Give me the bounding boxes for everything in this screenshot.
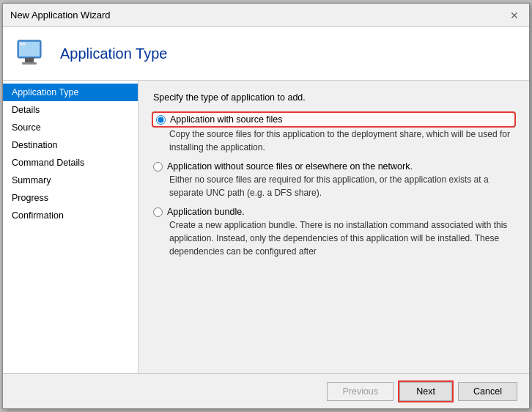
wizard-icon [15,36,50,71]
sidebar-item-command-details[interactable]: Command Details [3,154,138,172]
option-item-no-source: Application without source files or else… [153,161,514,199]
main-content: Specify the type of application to add. … [138,81,529,373]
wizard-header: Application Type [3,27,529,81]
title-bar: New Application Wizard ✕ [3,4,529,27]
sidebar-item-details[interactable]: Details [3,101,138,119]
sidebar: Application TypeDetailsSourceDestination… [3,81,138,373]
sidebar-item-summary[interactable]: Summary [3,172,138,189]
svg-rect-4 [20,43,26,45]
radio-no-source[interactable] [153,162,163,172]
title-bar-left: New Application Wizard [10,10,111,21]
option-desc-no-source: Either no source files are required for … [169,173,514,199]
option-label-text-no-source: Application without source files or else… [167,161,413,172]
options-group: Application with source filesCopy the so… [153,113,514,258]
close-button[interactable]: ✕ [507,8,522,23]
window-title: New Application Wizard [10,10,111,21]
option-label-row-source-files: Application with source files [153,113,514,126]
sidebar-item-confirmation[interactable]: Confirmation [3,207,138,224]
sidebar-item-source[interactable]: Source [3,119,138,136]
next-button[interactable]: Next [399,382,452,401]
sidebar-item-progress[interactable]: Progress [3,189,138,207]
footer: Previous Next Cancel [3,373,529,408]
option-desc-bundle: Create a new application bundle. There i… [169,218,514,258]
main-instruction: Specify the type of application to add. [153,92,514,103]
cancel-button[interactable]: Cancel [458,382,517,401]
option-label-row-bundle: Application bundle. [153,207,514,217]
radio-bundle[interactable] [153,207,163,217]
radio-source-files[interactable] [156,115,166,125]
svg-rect-2 [25,58,34,62]
sidebar-item-application-type[interactable]: Application Type [3,84,138,101]
option-label-text-source-files: Application with source files [170,114,283,125]
option-label-text-bundle: Application bundle. [167,207,245,217]
option-item-source-files: Application with source filesCopy the so… [153,113,514,154]
sidebar-item-destination[interactable]: Destination [3,136,138,154]
application-wizard-window: New Application Wizard ✕ Application Typ… [2,3,530,409]
content-area: Application TypeDetailsSourceDestination… [3,81,529,373]
wizard-header-title: Application Type [60,45,167,62]
option-label-row-no-source: Application without source files or else… [153,161,514,172]
option-desc-source-files: Copy the source files for this applicati… [169,128,514,154]
option-item-bundle: Application bundle.Create a new applicat… [153,207,514,258]
previous-button[interactable]: Previous [327,382,394,401]
svg-rect-3 [22,62,37,65]
